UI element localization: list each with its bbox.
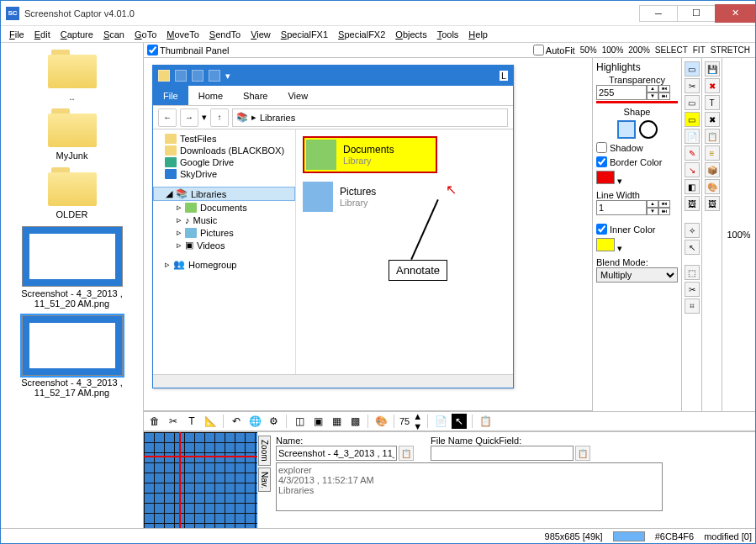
scissors-icon[interactable]: ✂ bbox=[166, 414, 181, 429]
menu-capture[interactable]: Capture bbox=[56, 29, 98, 40]
memo-textarea[interactable] bbox=[276, 462, 663, 511]
name-action-icon[interactable]: 📋 bbox=[399, 446, 414, 461]
tree-videos[interactable]: ▹▣Videos bbox=[153, 239, 295, 251]
border-icon[interactable]: ◫ bbox=[292, 414, 307, 429]
chevron-down-icon[interactable]: ▾ bbox=[202, 112, 207, 123]
address-bar[interactable]: 📚 ▸ Libraries bbox=[232, 108, 508, 127]
tool-select[interactable]: ▭ bbox=[685, 61, 700, 77]
annotate-callout[interactable]: Annotate bbox=[389, 260, 447, 281]
zoom-navigator[interactable]: Zoom Nav. bbox=[144, 432, 257, 528]
thumb-up[interactable]: .. bbox=[4, 50, 140, 102]
zoom-50[interactable]: 50% bbox=[579, 45, 599, 55]
menu-help[interactable]: Help bbox=[463, 29, 493, 40]
thumb-myjunk[interactable]: MyJunk bbox=[4, 108, 140, 161]
cursor-icon[interactable]: ↖ bbox=[452, 414, 467, 429]
transparency-input[interactable] bbox=[596, 85, 647, 100]
copy2-icon[interactable]: 📋 bbox=[478, 414, 493, 429]
tool-box[interactable]: 📦 bbox=[705, 162, 720, 177]
tool-crop[interactable]: ✂ bbox=[685, 78, 700, 93]
tool-arrow[interactable]: ↘ bbox=[685, 162, 700, 177]
tool-hilite[interactable]: ▭ bbox=[685, 112, 700, 127]
close-button[interactable]: ✕ bbox=[715, 4, 755, 23]
quick-action-icon[interactable]: 📋 bbox=[575, 446, 590, 461]
name-input[interactable] bbox=[276, 446, 397, 461]
gear-icon[interactable]: ⚙ bbox=[266, 414, 281, 429]
menu-objects[interactable]: Objects bbox=[390, 29, 431, 40]
tool-shapes[interactable]: ◧ bbox=[685, 179, 700, 194]
nav-tab[interactable]: Nav. bbox=[258, 467, 271, 493]
border-color-checkbox[interactable]: Border Color bbox=[596, 156, 678, 167]
line-width-input[interactable] bbox=[596, 200, 647, 215]
canvas[interactable]: ▾ L File Home Share View ← → ▾ ↑ bbox=[144, 58, 592, 411]
tool-image[interactable]: 🖼 bbox=[685, 196, 700, 211]
menu-sendto[interactable]: SendTo bbox=[204, 29, 246, 40]
menu-specialfx2[interactable]: SpecialFX2 bbox=[333, 29, 390, 40]
spin-down[interactable]: ▼ bbox=[413, 421, 422, 431]
tree-downloads[interactable]: Downloads (BLACKBOX) bbox=[153, 145, 295, 156]
shadow-checkbox[interactable]: Shadow bbox=[596, 142, 678, 153]
tab-home[interactable]: Home bbox=[188, 86, 233, 105]
palette-icon[interactable]: 🎨 bbox=[373, 414, 389, 429]
tab-view[interactable]: View bbox=[278, 86, 318, 105]
autofit-checkbox[interactable]: AutoFit bbox=[533, 45, 575, 55]
tree-skydrive[interactable]: SkyDrive bbox=[153, 168, 295, 180]
thumbnail-panel-checkbox[interactable]: Thumbnail Panel bbox=[147, 45, 230, 55]
border2-icon[interactable]: ▣ bbox=[310, 414, 325, 429]
tree-music[interactable]: ▹♪Music bbox=[153, 214, 295, 226]
tool-text[interactable]: 📄 bbox=[685, 129, 700, 144]
tab-share[interactable]: Share bbox=[233, 86, 278, 105]
tool-pointer[interactable]: ↖ bbox=[685, 240, 700, 255]
trash-icon[interactable]: 🗑 bbox=[147, 414, 162, 429]
tree-pictures[interactable]: ▹Pictures bbox=[153, 226, 295, 239]
blend-select[interactable]: Multiply bbox=[596, 267, 678, 283]
shape-square[interactable] bbox=[617, 120, 636, 139]
last-button[interactable]: ⏭ bbox=[658, 92, 670, 100]
tool-crop2[interactable]: ⌗ bbox=[685, 298, 700, 314]
tool-img2[interactable]: 🖼 bbox=[705, 196, 720, 211]
save-icon[interactable]: 💾 bbox=[705, 61, 720, 77]
tool-rect[interactable]: ▭ bbox=[685, 95, 700, 110]
zoom-FIT[interactable]: FIT bbox=[691, 45, 707, 55]
thumb-shot2[interactable]: Screenshot - 4_3_2013 , 11_52_17 AM.png bbox=[4, 315, 140, 398]
menu-goto[interactable]: GoTo bbox=[130, 29, 161, 40]
dropdown-icon[interactable]: ▾ bbox=[617, 176, 622, 186]
spin-up[interactable]: ▲ bbox=[647, 85, 658, 92]
tool-t[interactable]: T bbox=[705, 95, 720, 110]
thumb-shot1[interactable]: Screenshot - 4_3_2013 , 11_51_20 AM.png bbox=[4, 226, 140, 309]
forward-button[interactable]: → bbox=[180, 108, 198, 127]
zoom-200[interactable]: 200% bbox=[626, 45, 652, 55]
ruler-icon[interactable]: 📐 bbox=[203, 414, 218, 429]
tree-googledrive[interactable]: Google Drive bbox=[153, 156, 295, 168]
tool-del[interactable]: ✖ bbox=[705, 112, 720, 127]
minimize-button[interactable]: ─ bbox=[639, 5, 678, 22]
inner-color-swatch[interactable] bbox=[596, 238, 615, 251]
spin-up[interactable]: ▲ bbox=[413, 411, 422, 421]
tool-marquee[interactable]: ⬚ bbox=[685, 265, 700, 280]
quickfield-input[interactable] bbox=[431, 446, 574, 461]
tool-trim[interactable]: ✂ bbox=[685, 282, 700, 297]
tab-file[interactable]: File bbox=[153, 86, 188, 105]
library-documents[interactable]: DocumentsLibrary bbox=[303, 136, 437, 173]
scrollbar[interactable] bbox=[153, 374, 513, 388]
dropdown-icon[interactable]: ▾ bbox=[617, 243, 622, 253]
text-icon[interactable]: T bbox=[184, 414, 199, 429]
tool-copy[interactable]: 📋 bbox=[705, 129, 720, 144]
up-button[interactable]: ↑ bbox=[210, 108, 229, 127]
menu-specialfx1[interactable]: SpecialFX1 bbox=[276, 29, 333, 40]
thumb-older[interactable]: OLDER bbox=[4, 167, 140, 219]
menu-tools[interactable]: Tools bbox=[432, 29, 464, 40]
menu-edit[interactable]: Edit bbox=[29, 29, 56, 40]
back-button[interactable]: ← bbox=[158, 108, 177, 127]
maximize-button[interactable]: ☐ bbox=[677, 5, 716, 22]
globe-icon[interactable]: 🌐 bbox=[247, 414, 262, 429]
menu-moveto[interactable]: MoveTo bbox=[161, 29, 204, 40]
zoom-SELECT[interactable]: SELECT bbox=[653, 45, 690, 55]
tree-libraries[interactable]: ◢📚Libraries bbox=[153, 187, 295, 201]
first-button[interactable]: ⏮ bbox=[658, 85, 670, 92]
tree-documents[interactable]: ▹Documents bbox=[153, 201, 295, 214]
tool-x[interactable]: ✖ bbox=[705, 78, 720, 93]
border4-icon[interactable]: ▩ bbox=[347, 414, 362, 429]
tree-testfiles[interactable]: TestFiles bbox=[153, 133, 295, 145]
menu-file[interactable]: File bbox=[4, 29, 29, 40]
library-pictures[interactable]: PicturesLibrary bbox=[303, 182, 506, 212]
